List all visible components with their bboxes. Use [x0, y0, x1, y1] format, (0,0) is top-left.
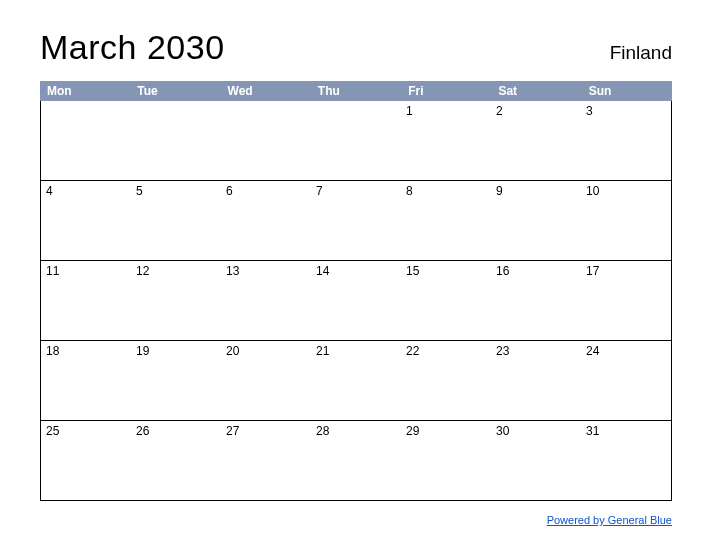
calendar-title: March 2030	[40, 28, 225, 67]
calendar-day-cell: 2	[491, 101, 581, 180]
weekday-header: Sun	[582, 84, 672, 98]
calendar-day-cell: 14	[311, 261, 401, 340]
calendar-week-row: 11 12 13 14 15 16 17	[41, 261, 671, 341]
calendar-day-cell: 9	[491, 181, 581, 260]
calendar-week-row: 25 26 27 28 29 30 31	[41, 421, 671, 501]
weekday-header: Sat	[491, 84, 581, 98]
calendar-day-cell	[311, 101, 401, 180]
calendar-header: March 2030 Finland	[40, 28, 672, 67]
calendar-week-row: 1 2 3	[41, 101, 671, 181]
calendar-day-cell: 31	[581, 421, 671, 500]
calendar-day-cell: 29	[401, 421, 491, 500]
calendar-day-cell: 26	[131, 421, 221, 500]
calendar-day-cell: 27	[221, 421, 311, 500]
calendar-day-cell	[131, 101, 221, 180]
calendar-day-cell: 20	[221, 341, 311, 420]
calendar-day-cell: 13	[221, 261, 311, 340]
calendar-day-cell: 16	[491, 261, 581, 340]
calendar-day-cell: 7	[311, 181, 401, 260]
weekday-header-row: Mon Tue Wed Thu Fri Sat Sun	[40, 81, 672, 101]
calendar-day-cell: 18	[41, 341, 131, 420]
weekday-header: Fri	[401, 84, 491, 98]
calendar-day-cell: 6	[221, 181, 311, 260]
calendar-day-cell: 1	[401, 101, 491, 180]
weekday-header: Wed	[221, 84, 311, 98]
calendar-week-row: 18 19 20 21 22 23 24	[41, 341, 671, 421]
weekday-header: Tue	[130, 84, 220, 98]
calendar-day-cell: 17	[581, 261, 671, 340]
calendar-day-cell: 30	[491, 421, 581, 500]
calendar-day-cell: 25	[41, 421, 131, 500]
calendar-day-cell: 23	[491, 341, 581, 420]
calendar-day-cell	[41, 101, 131, 180]
calendar-day-cell: 5	[131, 181, 221, 260]
calendar-day-cell: 10	[581, 181, 671, 260]
calendar-day-cell	[221, 101, 311, 180]
weekday-header: Mon	[40, 84, 130, 98]
calendar-day-cell: 12	[131, 261, 221, 340]
calendar-day-cell: 19	[131, 341, 221, 420]
calendar-day-cell: 15	[401, 261, 491, 340]
calendar-body: 1 2 3 4 5 6 7 8 9 10 11 12 13 14 15 16 1…	[40, 101, 672, 501]
calendar-day-cell: 28	[311, 421, 401, 500]
calendar-region: Finland	[610, 42, 672, 64]
calendar-day-cell: 21	[311, 341, 401, 420]
calendar-day-cell: 3	[581, 101, 671, 180]
calendar-day-cell: 4	[41, 181, 131, 260]
calendar-day-cell: 8	[401, 181, 491, 260]
calendar-day-cell: 11	[41, 261, 131, 340]
calendar-day-cell: 24	[581, 341, 671, 420]
powered-by-link[interactable]: Powered by General Blue	[547, 514, 672, 526]
weekday-header: Thu	[311, 84, 401, 98]
calendar-week-row: 4 5 6 7 8 9 10	[41, 181, 671, 261]
footer: Powered by General Blue	[547, 510, 672, 528]
calendar-day-cell: 22	[401, 341, 491, 420]
